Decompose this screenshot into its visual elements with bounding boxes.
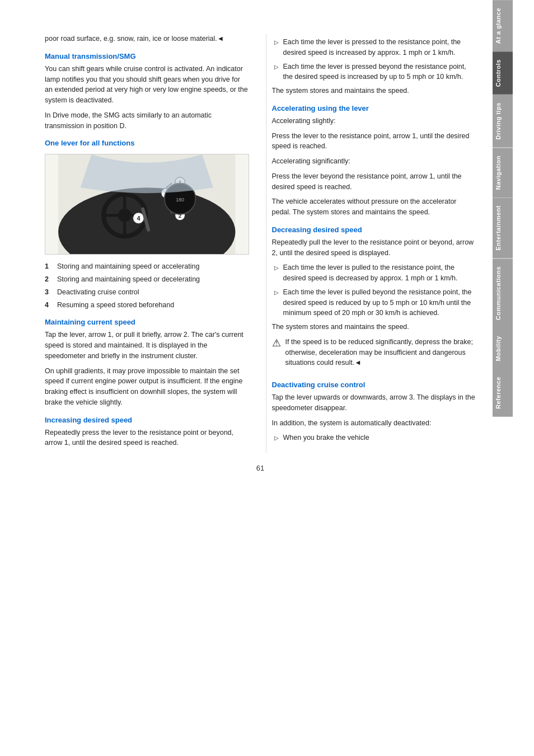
intro-paragraph: poor road surface, e.g. snow, rain, ice … xyxy=(45,34,249,44)
bullet-item-r1: Each time the lever is pressed to the re… xyxy=(272,37,476,58)
sidebar-tab-driving-tips[interactable]: Driving tips xyxy=(493,95,513,148)
slightly-label: Accelerating slightly: xyxy=(272,116,476,126)
decreasing-bullet-text-1: Each time the lever is pulled to the res… xyxy=(283,262,476,284)
list-item-3: 3 Deactivating cruise control xyxy=(45,287,249,298)
sidebar-tab-at-a-glance[interactable]: At a glance xyxy=(493,0,513,51)
item-text-1: Storing and maintaining speed or acceler… xyxy=(57,261,199,272)
item-text-4: Resuming a speed stored beforehand xyxy=(57,300,174,311)
sidebar: At a glance Controls Driving tips Naviga… xyxy=(493,0,513,756)
system-stores-top: The system stores and maintains the spee… xyxy=(272,86,476,96)
sidebar-tab-reference[interactable]: Reference xyxy=(493,369,513,417)
list-item-2: 2 Storing and maintaining speed or decel… xyxy=(45,274,249,285)
warning-icon: ⚠ xyxy=(272,336,281,373)
sidebar-tab-navigation[interactable]: Navigation xyxy=(493,148,513,198)
item-number-1: 1 xyxy=(45,261,53,272)
deactivating-bullet-1: When you brake the vehicle xyxy=(272,433,476,443)
sidebar-tab-controls[interactable]: Controls xyxy=(493,51,513,95)
decreasing-bullet-1: Each time the lever is pulled to the res… xyxy=(272,262,476,284)
one-lever-heading: One lever for all functions xyxy=(45,139,249,147)
bullet-text-r1: Each time the lever is pressed to the re… xyxy=(283,37,476,58)
sidebar-tab-mobility[interactable]: Mobility xyxy=(493,328,513,369)
system-stores-decreasing: The system stores and maintains the spee… xyxy=(272,322,476,332)
deactivating-heading: Deactivating cruise control xyxy=(272,381,476,389)
decreasing-bullet-list: Each time the lever is pulled to the res… xyxy=(272,262,476,318)
sidebar-tab-entertainment[interactable]: Entertainment xyxy=(493,198,513,258)
manual-trans-para1: You can shift gears while cruise control… xyxy=(45,64,249,106)
maintaining-para2: On uphill gradients, it may prove imposs… xyxy=(45,366,249,408)
list-item-1: 1 Storing and maintaining speed or accel… xyxy=(45,261,249,272)
numbered-list: 1 Storing and maintaining speed or accel… xyxy=(45,261,249,310)
bullet-text-r2: Each time the lever is pressed beyond th… xyxy=(283,62,476,83)
warning-box: ⚠ If the speed is to be reduced signific… xyxy=(272,337,476,373)
page-wrapper: poor road surface, e.g. snow, rain, ice … xyxy=(0,0,534,756)
two-column-layout: poor road surface, e.g. snow, rain, ice … xyxy=(45,34,476,453)
right-column: Each time the lever is pressed to the re… xyxy=(266,34,476,453)
deactivating-para2: In addition, the system is automatically… xyxy=(272,418,476,429)
deactivating-bullet-text-1: When you brake the vehicle xyxy=(283,433,369,443)
maintaining-speed-heading: Maintaining current speed xyxy=(45,318,249,326)
accelerating-heading: Accelerating using the lever xyxy=(272,104,476,112)
car-image: 4 3 1 2 xyxy=(45,154,249,255)
deactivating-bullet-list: When you brake the vehicle xyxy=(272,433,476,443)
page-number: 61 xyxy=(45,464,476,472)
item-number-2: 2 xyxy=(45,274,53,285)
sidebar-tab-communications[interactable]: Communications xyxy=(493,259,513,328)
increasing-speed-para: Repeatedly press the lever to the resist… xyxy=(45,428,249,449)
item-number-3: 3 xyxy=(45,287,53,298)
item-text-3: Deactivating cruise control xyxy=(57,287,139,298)
warning-text: If the speed is to be reduced significan… xyxy=(285,337,476,368)
significantly-label: Accelerating significantly: xyxy=(272,156,476,167)
slightly-text: Press the lever to the resistance point,… xyxy=(272,131,476,152)
main-content: poor road surface, e.g. snow, rain, ice … xyxy=(0,0,493,756)
maintaining-para1: Tap the lever, arrow 1, or pull it brief… xyxy=(45,330,249,361)
bullet-item-r2: Each time the lever is pressed beyond th… xyxy=(272,62,476,83)
vehicle-text: The vehicle accelerates without pressure… xyxy=(272,196,476,218)
item-text-2: Storing and maintaining speed or deceler… xyxy=(57,274,200,285)
manual-trans-para2: In Drive mode, the SMG acts similarly to… xyxy=(45,110,249,132)
decreasing-intro: Repeatedly pull the lever to the resista… xyxy=(272,237,476,259)
item-number-4: 4 xyxy=(45,300,53,311)
decreasing-speed-heading: Decreasing desired speed xyxy=(272,226,476,234)
decreasing-bullet-2: Each time the lever is pulled beyond the… xyxy=(272,287,476,318)
svg-point-3 xyxy=(118,209,132,222)
list-item-4: 4 Resuming a speed stored beforehand xyxy=(45,300,249,311)
svg-text:180: 180 xyxy=(176,197,184,203)
manual-transmission-heading: Manual transmission/SMG xyxy=(45,52,249,60)
deactivating-para1: Tap the lever upwards or downwards, arro… xyxy=(272,392,476,414)
decreasing-bullet-text-2: Each time the lever is pulled beyond the… xyxy=(283,287,476,318)
left-column: poor road surface, e.g. snow, rain, ice … xyxy=(45,34,255,453)
increasing-speed-heading: Increasing desired speed xyxy=(45,416,249,424)
top-bullet-list: Each time the lever is pressed to the re… xyxy=(272,37,476,82)
svg-text:4: 4 xyxy=(137,215,140,222)
significantly-text: Press the lever beyond the resistance po… xyxy=(272,171,476,192)
